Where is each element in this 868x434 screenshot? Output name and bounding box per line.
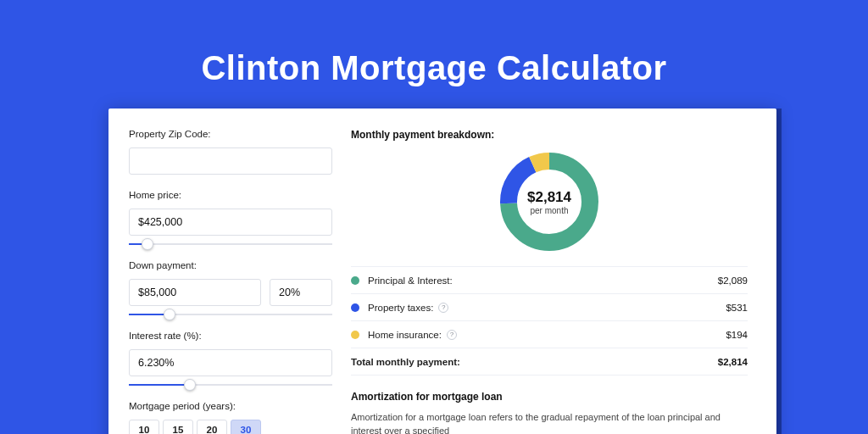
info-icon[interactable]: ? <box>447 330 457 340</box>
down-percent-input[interactable] <box>270 279 332 306</box>
amortization-title: Amortization for mortgage loan <box>351 391 748 403</box>
price-label: Home price: <box>129 190 332 200</box>
zip-input[interactable] <box>129 147 332 175</box>
zip-group: Property Zip Code: <box>129 129 332 175</box>
legend-value: $531 <box>726 303 748 313</box>
rate-input[interactable] <box>129 349 332 376</box>
total-label: Total monthly payment: <box>351 357 718 367</box>
legend-label: Principal & Interest: <box>368 275 718 286</box>
rate-slider-thumb[interactable] <box>184 379 196 391</box>
down-slider-thumb[interactable] <box>164 309 175 320</box>
total-value: $2,814 <box>718 357 748 367</box>
legend-dot <box>351 303 359 312</box>
legend-value: $194 <box>726 330 748 340</box>
legend-row-2: Home insurance: ?$194 <box>351 321 748 348</box>
period-option-10[interactable]: 10 <box>129 420 159 434</box>
form-column: Property Zip Code: Home price: Down paym… <box>129 129 332 434</box>
period-option-list: 10152030 <box>129 420 332 434</box>
price-slider[interactable] <box>129 243 332 245</box>
calculator-panel: Property Zip Code: Home price: Down paym… <box>108 108 776 434</box>
legend-dot <box>351 276 359 285</box>
donut-amount: $2,814 <box>527 189 571 206</box>
period-label: Mortgage period (years): <box>129 401 332 411</box>
down-label: Down payment: <box>129 260 332 270</box>
donut-chart: $2,814 per month <box>498 151 600 253</box>
page-title: Clinton Mortgage Calculator <box>0 0 868 87</box>
breakdown-column: Monthly payment breakdown: $2,814 per mo… <box>351 129 748 434</box>
zip-label: Property Zip Code: <box>129 129 332 139</box>
legend-label: Home insurance: ? <box>368 330 726 340</box>
panel-shadow <box>776 108 782 434</box>
info-icon[interactable]: ? <box>438 303 448 313</box>
legend-label: Property taxes: ? <box>368 303 726 313</box>
price-slider-thumb[interactable] <box>142 238 153 250</box>
rate-group: Interest rate (%): <box>129 331 332 386</box>
legend-row-1: Property taxes: ?$531 <box>351 294 748 321</box>
period-option-20[interactable]: 20 <box>197 420 227 434</box>
amortization-section: Amortization for mortgage loan Amortizat… <box>351 391 748 434</box>
period-option-30[interactable]: 30 <box>231 420 261 434</box>
breakdown-title: Monthly payment breakdown: <box>351 129 748 141</box>
price-group: Home price: <box>129 190 332 245</box>
legend: Principal & Interest:$2,089Property taxe… <box>351 266 748 376</box>
amortization-text: Amortization for a mortgage loan refers … <box>351 411 748 434</box>
down-group: Down payment: <box>129 260 332 315</box>
donut-center: $2,814 per month <box>498 151 600 253</box>
donut-wrap: $2,814 per month <box>351 141 748 266</box>
rate-label: Interest rate (%): <box>129 331 332 341</box>
price-input[interactable] <box>129 209 332 236</box>
legend-row-total: Total monthly payment:$2,814 <box>351 348 748 376</box>
rate-slider-fill <box>129 384 190 386</box>
donut-sub: per month <box>530 206 568 215</box>
down-slider[interactable] <box>129 314 332 315</box>
legend-dot <box>351 331 359 339</box>
legend-value: $2,089 <box>718 275 748 286</box>
period-option-15[interactable]: 15 <box>163 420 193 434</box>
legend-row-0: Principal & Interest:$2,089 <box>351 267 748 294</box>
rate-slider[interactable] <box>129 384 332 386</box>
period-group: Mortgage period (years): 10152030 <box>129 401 332 434</box>
down-amount-input[interactable] <box>129 279 261 306</box>
